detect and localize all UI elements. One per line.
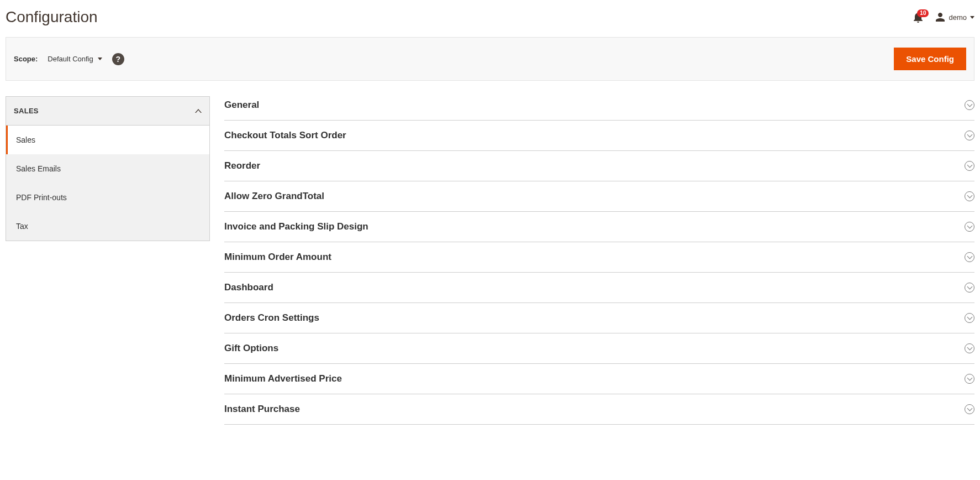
section-minimum-order-amount[interactable]: Minimum Order Amount bbox=[224, 242, 974, 273]
chevron-up-icon bbox=[195, 109, 202, 113]
chevron-down-circle-icon bbox=[965, 404, 974, 414]
chevron-down-circle-icon bbox=[965, 191, 974, 201]
scope-control: Scope: Default Config ? bbox=[14, 53, 124, 65]
section-reorder[interactable]: Reorder bbox=[224, 151, 974, 181]
user-menu[interactable]: demo bbox=[935, 12, 974, 22]
sidebar-item-label: Tax bbox=[16, 222, 28, 231]
chevron-down-circle-icon bbox=[965, 283, 974, 293]
chevron-down-circle-icon bbox=[965, 100, 974, 110]
page-title: Configuration bbox=[6, 8, 98, 26]
chevron-down-circle-icon bbox=[965, 222, 974, 232]
page-header: Configuration 10 demo bbox=[6, 0, 974, 37]
sidebar-list: Sales Sales Emails PDF Print-outs Tax bbox=[6, 126, 209, 241]
section-title: Gift Options bbox=[224, 343, 278, 354]
sidebar-item-tax[interactable]: Tax bbox=[6, 212, 209, 241]
chevron-down-circle-icon bbox=[965, 131, 974, 140]
notification-badge: 10 bbox=[917, 9, 929, 17]
section-title: Instant Purchase bbox=[224, 404, 300, 415]
header-actions: 10 demo bbox=[913, 12, 974, 23]
scope-select[interactable]: Default Config bbox=[48, 55, 102, 63]
sidebar-item-label: Sales bbox=[16, 135, 35, 144]
section-title: Allow Zero GrandTotal bbox=[224, 191, 324, 202]
caret-down-icon bbox=[98, 58, 102, 60]
section-title: Reorder bbox=[224, 160, 260, 171]
save-config-button[interactable]: Save Config bbox=[894, 48, 966, 70]
username-label: demo bbox=[949, 13, 967, 22]
section-minimum-advertised-price[interactable]: Minimum Advertised Price bbox=[224, 364, 974, 394]
section-instant-purchase[interactable]: Instant Purchase bbox=[224, 394, 974, 425]
section-invoice-packing-slip-design[interactable]: Invoice and Packing Slip Design bbox=[224, 212, 974, 242]
section-allow-zero-grandtotal[interactable]: Allow Zero GrandTotal bbox=[224, 181, 974, 212]
section-title: Orders Cron Settings bbox=[224, 312, 319, 324]
chevron-down-circle-icon bbox=[965, 161, 974, 171]
sidebar-item-label: PDF Print-outs bbox=[16, 193, 67, 202]
sidebar-item-sales-emails[interactable]: Sales Emails bbox=[6, 154, 209, 183]
section-title: Minimum Advertised Price bbox=[224, 373, 342, 384]
toolbar: Scope: Default Config ? Save Config bbox=[6, 37, 974, 81]
section-orders-cron-settings[interactable]: Orders Cron Settings bbox=[224, 303, 974, 333]
sidebar-item-sales[interactable]: Sales bbox=[6, 126, 209, 154]
config-sections: General Checkout Totals Sort Order Reord… bbox=[224, 96, 974, 425]
help-icon[interactable]: ? bbox=[112, 53, 124, 65]
section-dashboard[interactable]: Dashboard bbox=[224, 273, 974, 303]
chevron-down-circle-icon bbox=[965, 343, 974, 353]
section-title: Invoice and Packing Slip Design bbox=[224, 221, 368, 232]
section-title: Dashboard bbox=[224, 282, 273, 293]
sidebar-group-label: SALES bbox=[14, 107, 39, 115]
chevron-down-circle-icon bbox=[965, 374, 974, 384]
scope-value: Default Config bbox=[48, 55, 93, 63]
section-title: Checkout Totals Sort Order bbox=[224, 130, 346, 141]
config-sidebar: SALES Sales Sales Emails PDF Print-outs … bbox=[6, 96, 210, 241]
section-title: General bbox=[224, 100, 259, 111]
sidebar-group-header[interactable]: SALES bbox=[6, 97, 209, 126]
section-general[interactable]: General bbox=[224, 96, 974, 121]
chevron-down-circle-icon bbox=[965, 252, 974, 262]
sidebar-item-label: Sales Emails bbox=[16, 164, 61, 173]
caret-down-icon bbox=[970, 16, 974, 19]
sidebar-item-pdf-printouts[interactable]: PDF Print-outs bbox=[6, 183, 209, 212]
scope-label: Scope: bbox=[14, 55, 38, 63]
chevron-down-circle-icon bbox=[965, 313, 974, 323]
user-icon bbox=[935, 12, 945, 22]
section-title: Minimum Order Amount bbox=[224, 252, 331, 263]
notifications-button[interactable]: 10 bbox=[913, 12, 923, 23]
content-area: SALES Sales Sales Emails PDF Print-outs … bbox=[6, 96, 974, 425]
section-gift-options[interactable]: Gift Options bbox=[224, 333, 974, 364]
section-checkout-totals-sort-order[interactable]: Checkout Totals Sort Order bbox=[224, 121, 974, 151]
